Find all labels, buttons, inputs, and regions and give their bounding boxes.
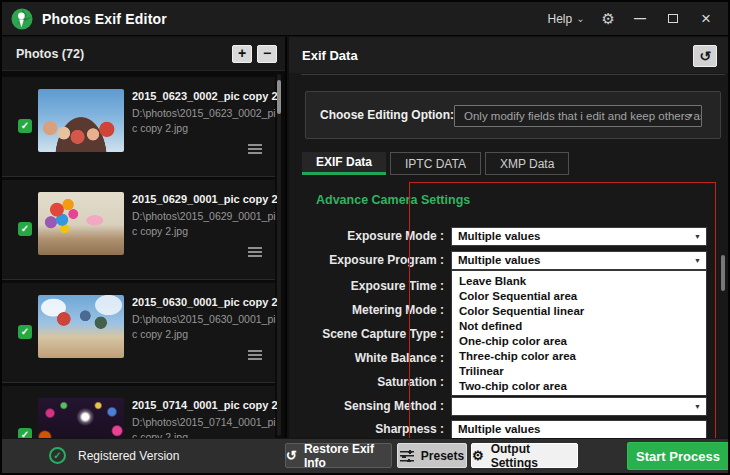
- remove-photos-button[interactable]: −: [257, 45, 277, 63]
- app-title: Photos Exif Editor: [42, 11, 167, 27]
- field-label-metering-mode: Metering Mode :: [289, 301, 444, 320]
- photo-checkbox[interactable]: ✓: [18, 119, 32, 133]
- photo-thumbnail: [38, 398, 124, 438]
- photo-list-item[interactable]: ✓ 2015_0630_0001_pic copy 2.jpg D:\photo…: [2, 283, 275, 383]
- dropdown-option[interactable]: One-chip color area: [452, 334, 706, 348]
- scrollbar-thumb[interactable]: [277, 80, 281, 114]
- dropdown-option[interactable]: Not defined: [452, 319, 706, 333]
- start-process-button[interactable]: Start Process: [627, 442, 729, 470]
- photo-menu-icon[interactable]: [248, 144, 262, 154]
- chevron-down-icon: ▼: [694, 228, 701, 245]
- photo-thumbnail: [38, 89, 124, 152]
- sensing-method-dropdown-list: Leave Blank Color Sequential area Color …: [451, 270, 707, 396]
- photo-path: D:\photos\2015_0630_0001_pic copy 2.jpg: [132, 312, 280, 341]
- presets-button[interactable]: Presets: [397, 443, 467, 468]
- gear-icon: ⚙: [472, 449, 484, 462]
- sensing-method-select[interactable]: ▼: [451, 397, 707, 416]
- photos-count-title: Photos (72): [16, 47, 84, 61]
- field-label-exposure-time: Exposure Time :: [289, 277, 444, 296]
- photo-list-item[interactable]: ✓ 2015_0714_0001_pic copy 2.jpg D:\photo…: [2, 386, 275, 438]
- app-window: Photos Exif Editor Help ⌄ ⚙ — × Photos (…: [0, 0, 730, 475]
- footer-bar: ✓ Registered Version ↺ Restore Exif Info…: [2, 438, 728, 473]
- photo-list-scrollbar[interactable]: [277, 74, 281, 436]
- exposure-mode-select[interactable]: Multiple values ▼: [451, 227, 707, 246]
- app-logo-icon: [11, 8, 33, 30]
- exif-panel-title: Exif Data: [302, 48, 358, 63]
- dropdown-option[interactable]: Two-chip color area: [452, 379, 706, 393]
- help-caret-icon: ⌄: [576, 16, 584, 22]
- registered-version-label: Registered Version: [78, 449, 179, 463]
- field-label-exposure-mode: Exposure Mode :: [289, 227, 444, 246]
- close-button[interactable]: ×: [698, 11, 714, 27]
- photo-checkbox[interactable]: ✓: [18, 222, 32, 236]
- field-label-sharpness: Sharpness :: [289, 420, 444, 438]
- chevron-down-icon: ▼: [694, 252, 701, 269]
- form-scrollbar-thumb[interactable]: [721, 255, 725, 291]
- editing-option-select[interactable]: Only modify fields that i edit and keep …: [454, 105, 702, 127]
- registered-check-icon: ✓: [49, 447, 66, 464]
- dropdown-option[interactable]: Three-chip color area: [452, 349, 706, 363]
- field-label-saturation: Saturation :: [289, 373, 444, 392]
- help-menu[interactable]: Help ⌄: [547, 12, 584, 26]
- photos-panel: Photos (72) + − ✓ 2015_0623_0002_pic cop…: [2, 37, 287, 438]
- exif-panel-header: Exif Data ↺: [289, 37, 728, 73]
- photo-filename: 2015_0714_0001_pic copy 2.jpg: [132, 399, 280, 411]
- photos-panel-header: Photos (72) + −: [2, 37, 285, 71]
- photo-thumbnail: [38, 295, 124, 358]
- dropdown-option[interactable]: Color Sequential linear: [452, 304, 706, 318]
- refresh-button[interactable]: ↺: [693, 45, 717, 67]
- tab-iptc-data[interactable]: IPTC DATA: [390, 152, 481, 175]
- photo-menu-icon[interactable]: [248, 350, 262, 360]
- settings-gear-icon[interactable]: ⚙: [602, 11, 615, 26]
- photo-filename: 2015_0623_0002_pic copy 2.jpg: [132, 90, 280, 102]
- title-bar: Photos Exif Editor Help ⌄ ⚙ — ×: [2, 2, 728, 36]
- data-tabs: EXIF Data IPTC DATA XMP Data: [302, 152, 569, 175]
- tab-xmp-data[interactable]: XMP Data: [485, 152, 569, 175]
- photo-thumbnail: [38, 192, 124, 255]
- chevron-down-icon: ▼: [694, 398, 701, 415]
- photo-list: ✓ 2015_0623_0002_pic copy 2.jpg D:\photo…: [2, 72, 285, 438]
- exif-data-panel: Exif Data ↺ Choose Editing Option: Only …: [289, 37, 728, 438]
- photo-path: D:\photos\2015_0629_0001_pic copy 2.jpg: [132, 209, 280, 238]
- tab-exif-data[interactable]: EXIF Data: [302, 152, 386, 175]
- field-label-scene-capture-type: Scene Capture Type :: [289, 325, 444, 344]
- field-label-white-balance: White Balance :: [289, 349, 444, 368]
- dropdown-option[interactable]: Leave Blank: [452, 274, 706, 288]
- photo-checkbox[interactable]: ✓: [18, 428, 32, 438]
- sliders-icon: [400, 450, 414, 462]
- exposure-program-select[interactable]: Multiple values ▼: [451, 251, 707, 270]
- field-label-exposure-program: Exposure Program :: [289, 251, 444, 270]
- minimize-button[interactable]: —: [632, 11, 648, 27]
- maximize-icon: [668, 14, 678, 23]
- photo-checkbox[interactable]: ✓: [18, 325, 32, 339]
- photo-list-item[interactable]: ✓ 2015_0629_0001_pic copy 2.jpg D:\photo…: [2, 180, 275, 280]
- photo-path: D:\photos\2015_0623_0002_pic copy 2.jpg: [132, 106, 280, 135]
- photo-path: D:\photos\2015_0714_0001_pic copy 2.jpg: [132, 415, 280, 438]
- add-photos-button[interactable]: +: [232, 45, 252, 63]
- maximize-button[interactable]: [665, 11, 681, 27]
- dropdown-option[interactable]: Color Sequential area: [452, 289, 706, 303]
- photo-list-item[interactable]: ✓ 2015_0623_0002_pic copy 2.jpg D:\photo…: [2, 77, 275, 177]
- field-label-sensing-method: Sensing Method :: [289, 397, 444, 416]
- restore-exif-info-button[interactable]: ↺ Restore Exif Info: [285, 443, 392, 468]
- editing-option-box: Choose Editing Option: Only modify field…: [305, 91, 721, 139]
- dropdown-option[interactable]: Trilinear: [452, 364, 706, 378]
- chevron-down-icon: ▼: [687, 106, 694, 126]
- header-separator: [301, 74, 725, 75]
- sharpness-input[interactable]: Multiple values: [451, 420, 707, 438]
- editing-option-label: Choose Editing Option:: [320, 108, 454, 122]
- output-settings-button[interactable]: ⚙ Output Settings: [471, 443, 578, 468]
- photo-filename: 2015_0630_0001_pic copy 2.jpg: [132, 296, 280, 308]
- section-title: Advance Camera Settings: [316, 193, 470, 207]
- photo-filename: 2015_0629_0001_pic copy 2.jpg: [132, 193, 280, 205]
- exif-form-area: Advance Camera Settings Exposure Mode : …: [289, 175, 728, 438]
- restore-icon: ↺: [286, 449, 297, 462]
- photo-menu-icon[interactable]: [248, 247, 262, 257]
